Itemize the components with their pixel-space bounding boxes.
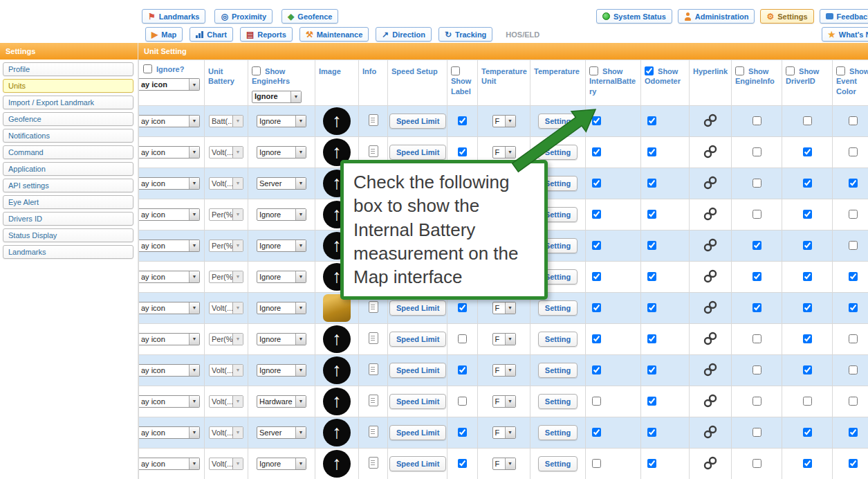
show-driverid-checkbox[interactable] — [803, 147, 812, 156]
show-eventcolor-checkbox[interactable] — [849, 428, 858, 437]
show-internalbattery-checkbox[interactable] — [592, 210, 601, 219]
display-icon-select[interactable]: ay icon▼ — [139, 364, 200, 377]
enginehrs-select[interactable]: Ignore▼ — [257, 364, 306, 377]
button-proximity[interactable]: ◎Proximity — [214, 9, 273, 24]
hyperlink-icon[interactable] — [703, 144, 718, 161]
unit-battery-select[interactable]: Per(%)▼ — [209, 208, 243, 221]
tab-reports[interactable]: ▤Reports — [240, 27, 293, 42]
hyperlink-icon[interactable] — [703, 300, 718, 316]
button-settings[interactable]: ⚙Settings — [760, 9, 813, 24]
temperature-unit-select[interactable]: F▼ — [492, 458, 516, 470]
enginehrs-select[interactable]: Ignore▼ — [257, 146, 306, 159]
hyperlink-icon[interactable] — [703, 269, 718, 285]
show-internalbattery-checkbox[interactable] — [592, 179, 601, 188]
enginehrs-select[interactable]: Ignore▼ — [257, 302, 306, 314]
show-odometer-checkbox[interactable] — [647, 116, 656, 125]
sidebar-item-drivers-id[interactable]: Drivers ID — [3, 212, 133, 226]
speed-limit-button[interactable]: Speed Limit — [389, 394, 446, 409]
show-label-checkbox[interactable] — [458, 397, 467, 406]
display-icon-select[interactable]: ay icon▼ — [139, 240, 200, 252]
info-icon[interactable] — [369, 301, 378, 313]
unit-battery-select[interactable]: Per(%)▼ — [209, 271, 243, 283]
show-label-checkbox[interactable] — [458, 428, 467, 437]
header-show-engineinfo-checkbox[interactable] — [735, 66, 744, 75]
unit-battery-select[interactable]: Per(%)▼ — [209, 333, 243, 345]
info-icon[interactable] — [369, 426, 378, 437]
button-system-status[interactable]: System Status — [596, 9, 672, 24]
show-engineinfo-checkbox[interactable] — [752, 241, 761, 250]
show-driverid-checkbox[interactable] — [803, 428, 812, 437]
speed-limit-button[interactable]: Speed Limit — [389, 425, 446, 440]
show-eventcolor-checkbox[interactable] — [849, 303, 858, 312]
show-odometer-checkbox[interactable] — [647, 241, 656, 250]
display-icon-select[interactable]: ay icon▼ — [139, 208, 200, 221]
unit-battery-select[interactable]: Volt(...▼ — [209, 395, 243, 408]
show-eventcolor-checkbox[interactable] — [849, 147, 858, 156]
sidebar-item-status-display[interactable]: Status Display — [3, 228, 133, 242]
unit-battery-select[interactable]: Volt(...▼ — [209, 364, 243, 377]
enginehrs-select[interactable]: Hardware▼ — [257, 395, 306, 408]
unit-battery-select[interactable]: Batt(...▼ — [209, 115, 243, 127]
hyperlink-icon[interactable] — [703, 362, 718, 379]
show-internalbattery-checkbox[interactable] — [592, 116, 601, 125]
hyperlink-icon[interactable] — [703, 331, 718, 347]
sidebar-item-import-export-landmark[interactable]: Import / Export Landmark — [3, 96, 133, 109]
show-odometer-checkbox[interactable] — [647, 397, 656, 406]
sidebar-item-landmarks[interactable]: Landmarks — [3, 245, 133, 259]
info-icon[interactable] — [369, 145, 378, 157]
hyperlink-icon[interactable] — [703, 393, 718, 410]
unit-battery-select[interactable]: Per(%)▼ — [209, 240, 243, 252]
button-administration[interactable]: Administration — [678, 9, 755, 24]
hyperlink-icon[interactable] — [703, 237, 718, 254]
show-odometer-checkbox[interactable] — [647, 334, 656, 343]
sidebar-item-geofence[interactable]: Geofence — [3, 112, 133, 126]
show-driverid-checkbox[interactable] — [803, 241, 812, 250]
hyperlink-icon[interactable] — [703, 455, 718, 472]
temperature-unit-select[interactable]: F▼ — [492, 333, 516, 345]
show-eventcolor-checkbox[interactable] — [849, 210, 858, 219]
show-label-checkbox[interactable] — [458, 147, 467, 156]
speed-limit-button[interactable]: Speed Limit — [389, 114, 446, 129]
hyperlink-icon[interactable] — [703, 206, 718, 223]
enginehrs-select[interactable]: Ignore▼ — [257, 458, 306, 470]
info-icon[interactable] — [369, 363, 378, 375]
tab-chart[interactable]: Chart — [190, 27, 233, 42]
vehicle-arrow-icon[interactable]: ↑ — [323, 107, 351, 135]
show-eventcolor-checkbox[interactable] — [849, 116, 858, 125]
show-engineinfo-checkbox[interactable] — [752, 210, 761, 219]
enginehrs-select[interactable]: Server▼ — [257, 426, 306, 439]
button-feedback[interactable]: Feedback — [820, 9, 868, 24]
sidebar-item-units[interactable]: Units — [3, 79, 133, 93]
temperature-setting-button[interactable]: Setting — [538, 300, 578, 316]
info-icon[interactable] — [369, 395, 378, 406]
button-geofence[interactable]: ◆Geofence — [281, 9, 338, 24]
speed-limit-button[interactable]: Speed Limit — [389, 456, 446, 471]
speed-limit-button[interactable]: Speed Limit — [389, 332, 446, 347]
show-odometer-checkbox[interactable] — [647, 303, 656, 312]
info-icon[interactable] — [369, 114, 378, 126]
header-enginehrs-select[interactable]: Ignore ▼ — [252, 91, 302, 103]
show-odometer-checkbox[interactable] — [647, 459, 656, 468]
unit-battery-select[interactable]: Volt(...▼ — [209, 426, 243, 439]
show-driverid-checkbox[interactable] — [803, 459, 812, 468]
show-label-checkbox[interactable] — [458, 303, 467, 312]
tab-maintenance[interactable]: ⚒Maintenance — [299, 27, 369, 42]
show-odometer-checkbox[interactable] — [647, 365, 656, 374]
temperature-unit-select[interactable]: F▼ — [492, 364, 516, 377]
tab-map[interactable]: ▶Map — [145, 27, 183, 42]
temperature-setting-button[interactable]: Setting — [538, 332, 578, 347]
display-icon-select[interactable]: ay icon▼ — [139, 115, 200, 127]
show-eventcolor-checkbox[interactable] — [849, 397, 858, 406]
show-engineinfo-checkbox[interactable] — [752, 116, 761, 125]
vehicle-arrow-icon[interactable]: ↑ — [323, 388, 351, 415]
temperature-setting-button[interactable]: Setting — [538, 363, 578, 378]
display-icon-select[interactable]: ay icon▼ — [139, 333, 200, 345]
tab-tracking[interactable]: ↻Tracking — [438, 27, 492, 42]
show-odometer-checkbox[interactable] — [647, 210, 656, 219]
speed-limit-button[interactable]: Speed Limit — [389, 363, 446, 378]
temperature-unit-select[interactable]: F▼ — [492, 146, 516, 159]
show-eventcolor-checkbox[interactable] — [849, 241, 858, 250]
show-label-checkbox[interactable] — [458, 334, 467, 343]
show-internalbattery-checkbox[interactable] — [592, 459, 601, 468]
show-engineinfo-checkbox[interactable] — [752, 428, 761, 437]
